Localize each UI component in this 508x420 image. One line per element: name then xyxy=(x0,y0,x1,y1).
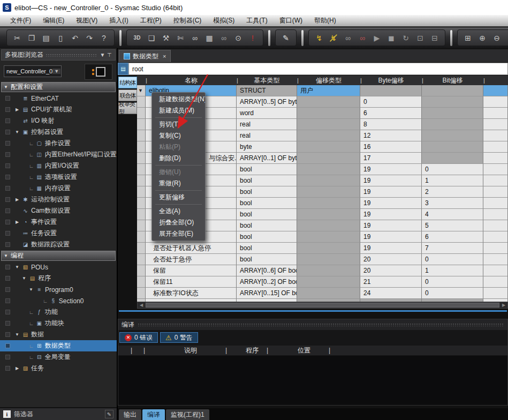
tree-expander-icon[interactable]: ▼ xyxy=(14,332,20,337)
stop-monitor-icon[interactable]: ∞ xyxy=(356,32,369,44)
sidebar-item[interactable]: ∟▢操作设置 xyxy=(0,138,117,149)
cell-bit-offset[interactable] xyxy=(422,119,483,130)
menu-item-2[interactable]: 视图(V) xyxy=(70,15,103,26)
menu-item-0[interactable]: 文件(F) xyxy=(4,15,37,26)
tree-section-header[interactable]: ▼配置和设置 xyxy=(1,82,116,92)
tree-expander-icon[interactable]: ▶ xyxy=(14,197,20,202)
cell-bit-offset[interactable]: 0 xyxy=(422,254,483,265)
cell-byte-offset[interactable]: 16 xyxy=(360,141,422,153)
sidebar-item[interactable]: ◪数据跟踪设置 xyxy=(0,239,117,250)
table-row[interactable]: 是否处于机器人急停bool197 xyxy=(137,243,508,254)
cell-base-type[interactable]: STRUCT xyxy=(237,85,297,96)
horizontal-scrollbar[interactable]: ◀ ▶ xyxy=(137,302,508,309)
tree-item-checkbox[interactable] xyxy=(5,107,10,112)
sidebar-item[interactable]: ▼≡Program0 xyxy=(0,284,117,295)
sidebar-item[interactable]: ▶▤CPU/扩展机架 xyxy=(0,104,117,115)
tree-section-header[interactable]: ▼编程 xyxy=(1,251,116,261)
table-row[interactable]: 会否处于急停bool200 xyxy=(137,254,508,265)
tree-item-checkbox[interactable] xyxy=(5,197,10,202)
edit-mode-icon[interactable]: ✎ xyxy=(279,32,292,44)
cell-bit-offset[interactable] xyxy=(422,130,483,141)
cell-bit-offset[interactable] xyxy=(422,153,483,164)
tree-item-checkbox[interactable] xyxy=(5,152,10,157)
watch-table-icon[interactable]: ∞ xyxy=(188,32,201,44)
context-menu-item[interactable]: 新建成员(M) xyxy=(152,105,205,116)
sidebar-item[interactable]: ▶◔事件设置 xyxy=(0,216,117,228)
cell-byte-offset[interactable]: 12 xyxy=(360,130,422,141)
sidebar-item[interactable]: ▶✱运动控制设置 xyxy=(0,194,117,205)
cell-offset-type[interactable] xyxy=(297,96,360,108)
cell-name[interactable]: 标准数字IO状态 xyxy=(146,288,237,299)
tree-item-checkbox[interactable] xyxy=(5,130,10,134)
cell-byte-offset[interactable]: 19 xyxy=(360,243,422,254)
sidebar-item[interactable]: ∟▦内存设置 xyxy=(0,183,117,194)
tree-item-checkbox[interactable] xyxy=(5,175,10,179)
sidebar-item[interactable]: ▼▤程序 xyxy=(0,273,117,284)
cell-base-type[interactable]: bool xyxy=(237,243,297,254)
abort-icon[interactable]: ! xyxy=(246,32,259,44)
row-expander-icon[interactable]: ▼ xyxy=(137,85,146,96)
cell-base-type[interactable]: real xyxy=(237,119,297,130)
column-header-2[interactable]: 偏移类型 xyxy=(297,76,360,85)
tab-联合体[interactable]: 联合体 xyxy=(118,89,137,101)
cell-byte-offset[interactable]: 19 xyxy=(360,209,422,220)
cell-base-type[interactable]: real xyxy=(237,130,297,141)
zoom-out-icon[interactable]: ⊖ xyxy=(490,32,503,44)
cell-byte-offset[interactable]: 19 xyxy=(360,231,422,243)
cell-bit-offset[interactable]: 7 xyxy=(422,243,483,254)
cell-byte-offset[interactable]: 8 xyxy=(360,119,422,130)
cell-base-type[interactable]: bool xyxy=(237,220,297,231)
cell-byte-offset[interactable]: 17 xyxy=(360,153,422,164)
tab-结构体[interactable]: 结构体 xyxy=(118,77,137,88)
cell-offset-type[interactable] xyxy=(297,186,360,198)
cell-offset-type[interactable] xyxy=(297,119,360,130)
sidebar-item[interactable]: ≔任务设置 xyxy=(0,228,117,239)
column-header-0[interactable]: 名称 xyxy=(146,76,237,85)
tree-item-checkbox[interactable] xyxy=(5,163,10,168)
scroll-left-icon[interactable]: ◀ xyxy=(138,302,145,308)
context-menu-item[interactable]: 折叠全部(O) xyxy=(152,217,205,228)
stop-icon[interactable]: ◼ xyxy=(385,32,398,44)
cut-icon[interactable]: ✂ xyxy=(11,32,24,44)
tree-expander-icon[interactable]: ▼ xyxy=(28,287,34,292)
zoom-100-icon[interactable]: ◉ xyxy=(505,32,508,44)
sidebar-item[interactable]: ∟⊟全局变量 xyxy=(0,351,117,363)
cell-bit-offset[interactable]: 2 xyxy=(422,186,483,198)
table-row[interactable]: 标准数字IO状态ARRAY[0..15] OF bool240 xyxy=(137,288,508,299)
sidebar-item[interactable]: ∟§Section0 xyxy=(0,295,117,306)
sidebar-item[interactable]: ▼▤数据 xyxy=(0,329,117,340)
bottom-tab-输出[interactable]: 输出 xyxy=(119,409,141,420)
cell-bit-offset[interactable]: 3 xyxy=(422,198,483,209)
cell-byte-offset[interactable]: 19 xyxy=(360,198,422,209)
cell-byte-offset[interactable]: 19 xyxy=(360,220,422,231)
tree-expander-icon[interactable]: ▼ xyxy=(14,130,20,134)
tree-item-checkbox[interactable] xyxy=(5,321,10,326)
tree-expander-icon[interactable]: ▶ xyxy=(14,107,20,112)
cell-byte-offset[interactable]: 20 xyxy=(360,254,422,265)
cell-name[interactable]: 保留 xyxy=(146,265,237,276)
filter-bar[interactable]: i 筛选器 ✎ xyxy=(0,407,117,420)
cell-byte-offset[interactable] xyxy=(360,85,422,96)
tree-expander-icon[interactable]: ▼ xyxy=(21,276,27,281)
cell-offset-type[interactable] xyxy=(297,276,360,288)
menu-item-9[interactable]: 帮助(H) xyxy=(308,15,342,26)
cell-bit-offset[interactable] xyxy=(422,96,483,108)
tree-item-checkbox[interactable] xyxy=(5,298,10,303)
cell-base-type[interactable]: ARRAY[0..15] OF bool xyxy=(237,288,297,299)
menu-item-4[interactable]: 工程(P) xyxy=(134,15,168,26)
cell-offset-type[interactable] xyxy=(297,175,360,186)
tree-item-checkbox[interactable] xyxy=(5,332,10,337)
scroll-right-icon[interactable]: ▶ xyxy=(500,302,507,308)
cell-offset-type[interactable] xyxy=(297,220,360,231)
cell-byte-offset[interactable]: 6 xyxy=(360,108,422,119)
transfer-to-controller-icon[interactable]: ⊡ xyxy=(414,32,427,44)
undo-icon[interactable]: ↶ xyxy=(69,32,81,44)
tree-item-checkbox[interactable] xyxy=(5,96,10,101)
cell-offset-type[interactable]: 用户 xyxy=(297,85,360,96)
cell-base-type[interactable]: word xyxy=(237,108,297,119)
sidebar-item[interactable]: ∟ƒ功能 xyxy=(0,306,117,318)
cell-offset-type[interactable] xyxy=(297,243,360,254)
cell-offset-type[interactable] xyxy=(297,231,360,243)
menu-item-8[interactable]: 窗口(W) xyxy=(274,15,308,26)
tree-expander-icon[interactable]: ▶ xyxy=(14,220,20,224)
